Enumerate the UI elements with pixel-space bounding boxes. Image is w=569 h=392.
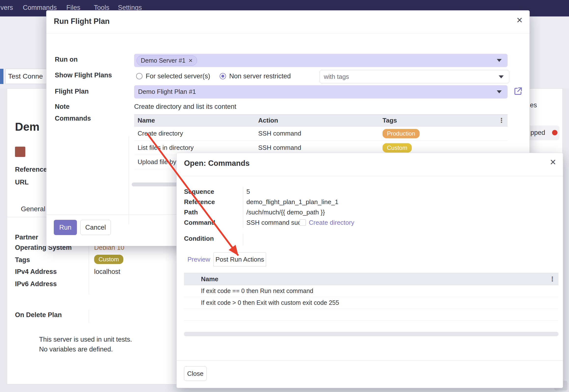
condition-divider [243,234,243,245]
label-value-divider [243,187,243,228]
sequence-label: Sequence [184,188,214,196]
tab-preview[interactable]: Preview [187,256,210,263]
close-button[interactable]: Close [184,366,207,381]
row-text: If exit code > 0 then Exit with custom e… [201,299,339,306]
test-connection-button[interactable]: Test Conne [5,69,47,84]
row-tags: Production [383,129,497,138]
note-label: Note [55,103,70,111]
flight-plan-value: Demo Flight Plan #1 [138,88,196,96]
row-text: If exit code == 0 then Run next command [201,287,313,294]
flight-plan-select[interactable]: Demo Flight Plan #1 [134,85,508,98]
custom-badge: Custom [383,143,412,153]
label-column-divider [129,136,129,224]
show-flight-plans-label: Show Flight Plans [55,71,112,79]
external-link-icon [513,86,523,96]
row-name: Create directory [134,130,258,137]
truncated-heading-fragment: es [530,101,537,109]
empty-row [184,309,558,321]
commands-table-header: Name Action Tags ⋮ [134,114,508,126]
commands-label: Commands [55,115,91,122]
unit-test-note-line1: This server is used in unit tests. [39,336,132,343]
production-badge: Production [383,129,420,138]
header-divider [177,176,563,176]
footer-divider [177,360,563,361]
path-label: Path [184,209,198,216]
status-badge-label: pped [530,129,545,137]
radio-non-server-restricted[interactable] [220,73,226,79]
reference-label: Reference [15,166,47,173]
partner-label: Partner [15,234,38,241]
close-icon[interactable]: × [550,157,556,167]
ipv4-label: IPv4 Address [15,268,57,276]
row-tags: Custom [383,143,497,153]
post-run-table-header: Name ⋮ [184,273,558,285]
run-modal-title: Run Flight Plan [54,17,110,26]
row-action: SSH command [258,130,383,137]
open-modal-title: Open: Commands [184,159,250,168]
tags-label: Tags [15,256,30,264]
flight-plan-label: Flight Plan [55,88,89,95]
command-checkbox[interactable] [299,219,306,226]
sequence-value: 5 [246,188,250,196]
table-scrollbar[interactable] [184,332,558,336]
ipv6-label: IPv6 Address [15,280,57,288]
cancel-button[interactable]: Cancel [80,220,111,235]
run-on-select[interactable]: Demo Server #1 ✕ [134,54,508,67]
table-row[interactable]: If exit code == 0 then Run next command [184,285,558,297]
reference-value: demo_flight_plan_1_plan_line_1 [246,198,338,206]
server-chip: Demo Server #1 ✕ [137,56,197,66]
note-value: Create directory and list its content [134,103,236,111]
server-name-heading: Dem [15,120,40,133]
col-action: Action [258,117,383,124]
tags-badge: Custom [94,255,123,264]
nav-item-servers[interactable]: vers [0,4,13,12]
field-column-divider-2 [89,310,89,323]
chevron-down-icon [497,59,502,62]
post-run-actions-table: Name ⋮ If exit code == 0 then Run next c… [184,273,558,321]
table-row[interactable]: If exit code > 0 then Exit with custom e… [184,297,558,309]
with-tags-select[interactable]: with tags [320,70,509,83]
on-delete-plan-label: On Delete Plan [15,311,62,319]
unit-test-note-line2: No variables are defined. [39,346,113,353]
tab-general[interactable]: General [21,205,45,213]
radio-for-selected-label: For selected server(s) [146,72,210,80]
path-value: /such/much/{{ demo_path }} [246,209,325,216]
table-row[interactable]: Create directory SSH command Production [134,126,508,141]
chevron-down-icon [499,75,504,78]
col-name: Name [198,275,548,283]
row-name: List files in directory [134,144,258,152]
open-commands-modal: Open: Commands × Sequence 5 Reference de… [176,153,563,388]
ipv4-value: localhost [94,268,120,276]
status-stopped-dot [552,130,557,135]
tab-post-run-actions[interactable]: Post Run Actions [213,252,266,266]
create-directory-link[interactable]: Create directory [309,219,354,226]
kebab-menu-icon[interactable]: ⋮ [548,275,558,283]
close-icon[interactable]: × [516,15,523,25]
radio-non-server-label: Non server restricted [229,72,291,80]
with-tags-value: with tags [324,73,349,81]
left-button-fragment[interactable] [0,69,3,84]
color-swatch[interactable] [15,147,25,157]
reference-label: Reference [184,198,215,206]
run-button[interactable]: Run [54,220,77,235]
row-action: SSH command [258,144,383,152]
kebab-menu-icon[interactable]: ⋮ [497,117,508,124]
command-label: Command [184,219,215,226]
url-label: URL [15,179,29,186]
test-connection-label: Test Conne [8,72,43,80]
command-value: SSH command sudo [246,219,305,226]
open-external-button[interactable] [513,86,523,96]
chip-remove-icon[interactable]: ✕ [188,58,193,64]
header-divider [46,33,529,33]
radio-for-selected-servers[interactable] [136,73,142,79]
server-chip-label: Demo Server #1 [141,57,185,64]
chevron-down-icon [497,90,502,93]
col-name: Name [134,117,258,124]
run-on-label: Run on [55,56,78,63]
screen: vers Commands Files Tools Settings Test … [0,0,569,392]
col-tags: Tags [383,117,497,124]
condition-label: Condition [184,235,214,242]
